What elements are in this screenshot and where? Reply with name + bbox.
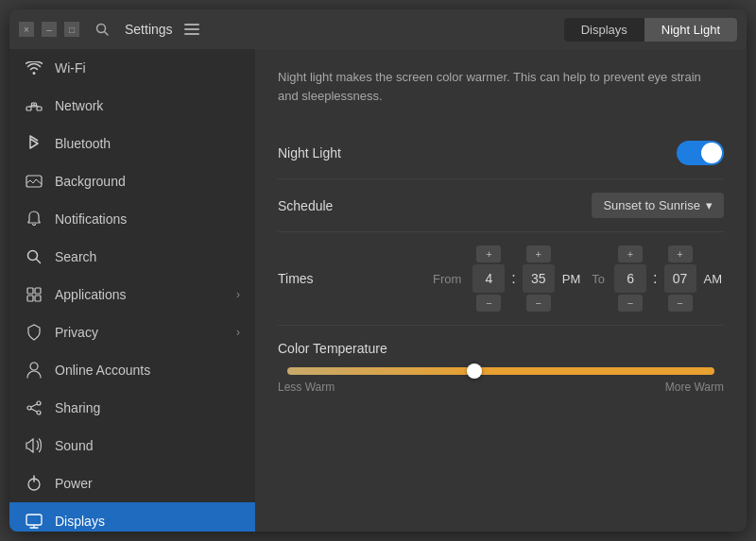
- sidebar-label-online-accounts: Online Accounts: [55, 363, 150, 378]
- sidebar-label-privacy: Privacy: [55, 325, 98, 340]
- less-warm-label: Less Warm: [278, 380, 335, 394]
- minimize-button[interactable]: –: [42, 22, 57, 37]
- sidebar-label-power: Power: [55, 476, 93, 491]
- sidebar-item-displays[interactable]: Displays: [9, 502, 255, 532]
- tab-displays[interactable]: Displays: [564, 18, 644, 42]
- night-light-toggle[interactable]: [677, 141, 724, 165]
- notifications-icon: [25, 210, 43, 228]
- sidebar-label-bluetooth: Bluetooth: [55, 136, 111, 151]
- svg-rect-2: [184, 24, 199, 25]
- more-warm-label: More Warm: [665, 380, 724, 394]
- sidebar-item-search[interactable]: Search: [9, 238, 255, 276]
- sidebar-item-privacy[interactable]: Privacy ›: [9, 313, 255, 351]
- applications-chevron: ›: [236, 288, 240, 301]
- color-temp-label: Color Temperature: [278, 341, 429, 356]
- privacy-chevron: ›: [236, 326, 240, 339]
- main-content: Night light makes the screen color warme…: [255, 49, 747, 532]
- color-temp-header: Color Temperature: [278, 341, 724, 356]
- sidebar-item-network[interactable]: Network: [9, 87, 255, 125]
- from-minute-input[interactable]: [523, 264, 555, 293]
- to-hour-group: + −: [614, 245, 646, 312]
- time-colon-to: :: [653, 270, 657, 287]
- times-row: Times From + − : + − PM: [278, 232, 724, 326]
- sidebar-label-displays: Displays: [55, 514, 105, 529]
- content-area: Wi-Fi Network: [9, 49, 747, 532]
- to-period: AM: [704, 272, 723, 286]
- close-button[interactable]: ×: [19, 22, 34, 37]
- sound-icon: [25, 436, 43, 455]
- svg-line-1: [105, 32, 109, 36]
- search-sidebar-icon: [25, 247, 43, 266]
- svg-rect-5: [26, 107, 31, 110]
- night-light-description: Night light makes the screen color warme…: [278, 68, 724, 105]
- sidebar-item-bluetooth[interactable]: Bluetooth: [9, 125, 255, 162]
- color-temperature-row: Color Temperature Less Warm More Warm: [278, 326, 724, 409]
- menu-icon[interactable]: [180, 18, 203, 41]
- online-accounts-icon: [25, 361, 43, 380]
- tab-group: Displays Night Light: [564, 18, 737, 42]
- sidebar-label-background: Background: [55, 174, 126, 189]
- svg-line-23: [31, 409, 37, 412]
- to-minute-input[interactable]: [664, 264, 696, 293]
- schedule-label: Schedule: [278, 198, 429, 213]
- power-icon: [25, 474, 43, 493]
- tab-night-light[interactable]: Night Light: [644, 18, 737, 42]
- from-hour-up-button[interactable]: +: [476, 245, 501, 262]
- schedule-control: Sunset to Sunrise ▾: [592, 193, 724, 218]
- svg-rect-14: [27, 288, 33, 294]
- displays-icon: [25, 512, 43, 531]
- background-icon: [25, 172, 43, 191]
- bluetooth-icon: [25, 134, 43, 153]
- sidebar-label-notifications: Notifications: [55, 211, 127, 227]
- svg-rect-26: [26, 515, 42, 525]
- svg-rect-3: [184, 28, 199, 30]
- times-control: From + − : + − PM To: [433, 245, 724, 312]
- to-hour-input[interactable]: [614, 264, 646, 293]
- color-temp-slider-thumb[interactable]: [467, 363, 482, 379]
- to-label: To: [592, 272, 605, 286]
- sidebar-item-applications[interactable]: Applications ›: [9, 276, 255, 313]
- svg-rect-7: [37, 107, 42, 110]
- night-light-label: Night Light: [278, 145, 429, 161]
- svg-point-21: [37, 411, 41, 414]
- sidebar-item-power[interactable]: Power: [9, 465, 255, 502]
- svg-line-13: [37, 260, 41, 263]
- sidebar-label-applications: Applications: [55, 287, 127, 302]
- time-colon-from: :: [511, 270, 515, 287]
- from-label: From: [433, 272, 461, 286]
- to-minute-down-button[interactable]: −: [668, 295, 693, 312]
- sidebar-item-online-accounts[interactable]: Online Accounts: [9, 351, 255, 389]
- from-hour-down-button[interactable]: −: [476, 295, 501, 312]
- sidebar-label-wifi: Wi-Fi: [55, 60, 86, 76]
- from-hour-input[interactable]: [472, 264, 505, 293]
- network-icon: [25, 96, 43, 115]
- to-hour-down-button[interactable]: −: [618, 295, 643, 312]
- sidebar-label-sharing: Sharing: [55, 400, 100, 415]
- sidebar-item-sharing[interactable]: Sharing: [9, 389, 255, 427]
- to-minute-group: + −: [664, 245, 696, 312]
- color-temp-slider-track[interactable]: [287, 367, 714, 375]
- schedule-dropdown[interactable]: Sunset to Sunrise ▾: [592, 193, 724, 218]
- sidebar-item-background[interactable]: Background: [9, 162, 255, 200]
- schedule-row: Schedule Sunset to Sunrise ▾: [278, 179, 724, 232]
- sidebar-item-wifi[interactable]: Wi-Fi: [9, 49, 255, 87]
- maximize-button[interactable]: □: [64, 22, 79, 37]
- sidebar: Wi-Fi Network: [9, 49, 255, 532]
- slider-labels: Less Warm More Warm: [278, 380, 724, 394]
- svg-point-18: [30, 363, 38, 370]
- titlebar: × – □ Settings Displays Night Light: [9, 9, 747, 49]
- from-minute-up-button[interactable]: +: [526, 245, 551, 262]
- sidebar-label-sound: Sound: [55, 438, 93, 453]
- svg-rect-17: [35, 296, 41, 301]
- from-minute-group: + −: [523, 245, 555, 312]
- svg-rect-15: [35, 288, 41, 294]
- night-light-control: [677, 141, 724, 165]
- search-icon[interactable]: [91, 18, 113, 41]
- svg-point-19: [37, 401, 41, 405]
- sidebar-item-notifications[interactable]: Notifications: [9, 200, 255, 238]
- to-hour-up-button[interactable]: +: [618, 245, 643, 262]
- color-temp-slider-container: Less Warm More Warm: [278, 367, 724, 394]
- from-minute-down-button[interactable]: −: [526, 295, 551, 312]
- sidebar-item-sound[interactable]: Sound: [9, 427, 255, 465]
- to-minute-up-button[interactable]: +: [668, 245, 693, 262]
